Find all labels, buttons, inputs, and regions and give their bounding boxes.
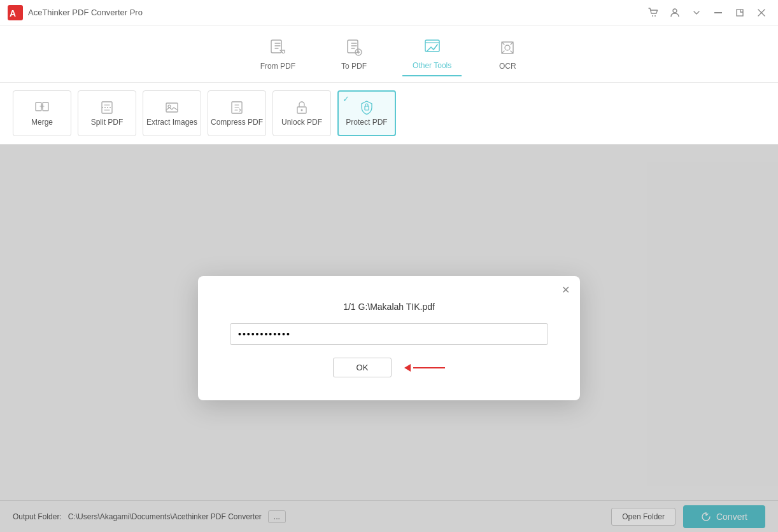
tool-protect-pdf-label: Protect PDF xyxy=(346,118,387,127)
close-button[interactable] xyxy=(753,4,770,22)
nav-item-other-tools[interactable]: Other Tools xyxy=(402,32,462,76)
modal-actions: OK xyxy=(230,358,548,377)
tool-split-pdf-label: Split PDF xyxy=(91,118,124,127)
svg-rect-5 xyxy=(714,12,722,13)
svg-point-12 xyxy=(505,45,510,50)
tool-compress-pdf-label: Compress PDF xyxy=(211,118,263,127)
nav-item-ocr[interactable]: OCR xyxy=(487,32,528,76)
title-bar: A AceThinker PDF Converter Pro xyxy=(0,0,778,25)
svg-rect-6 xyxy=(737,10,743,16)
svg-point-20 xyxy=(301,109,303,111)
svg-rect-16 xyxy=(166,103,178,112)
modal-overlay: ✕ 1/1 G:\Makalah TIK.pdf OK xyxy=(0,144,778,532)
tool-merge-label: Merge xyxy=(31,118,53,127)
nav-label-from-pdf: From PDF xyxy=(260,62,295,71)
password-input[interactable] xyxy=(230,323,548,345)
tool-unlock-pdf[interactable]: Unlock PDF xyxy=(272,90,331,136)
modal-file-info: 1/1 G:\Makalah TIK.pdf xyxy=(230,302,548,312)
title-bar-left: A AceThinker PDF Converter Pro xyxy=(8,5,143,20)
tool-split-pdf[interactable]: Split PDF xyxy=(78,90,136,136)
modal-close-button[interactable]: ✕ xyxy=(562,284,570,296)
svg-point-4 xyxy=(673,9,677,13)
nav-item-to-pdf[interactable]: To PDF xyxy=(331,32,377,76)
svg-rect-7 xyxy=(271,40,281,53)
main-content: ✕ 1/1 G:\Makalah TIK.pdf OK xyxy=(0,144,778,532)
app-title: AceThinker PDF Converter Pro xyxy=(28,8,143,17)
tool-unlock-pdf-label: Unlock PDF xyxy=(281,118,322,127)
nav-bar: From PDF To PDF Other Tools xyxy=(0,25,778,83)
svg-point-3 xyxy=(654,15,656,17)
svg-point-17 xyxy=(168,105,171,108)
svg-rect-10 xyxy=(425,40,439,52)
tool-protect-pdf[interactable]: ✓ Protect PDF xyxy=(337,90,396,136)
password-modal: ✕ 1/1 G:\Makalah TIK.pdf OK xyxy=(198,276,580,400)
svg-point-2 xyxy=(652,15,653,17)
app-logo: A xyxy=(8,5,23,20)
user-icon[interactable] xyxy=(666,4,684,22)
tool-extract-images[interactable]: Extract Images xyxy=(143,90,201,136)
nav-label-ocr: OCR xyxy=(499,62,516,71)
svg-rect-8 xyxy=(348,40,358,53)
tool-compress-pdf[interactable]: Compress PDF xyxy=(208,90,266,136)
arrow-indicator xyxy=(404,364,445,372)
svg-rect-21 xyxy=(365,106,369,110)
dropdown-icon[interactable] xyxy=(688,4,705,22)
nav-label-to-pdf: To PDF xyxy=(341,62,367,71)
nav-label-other-tools: Other Tools xyxy=(413,61,451,70)
tool-merge[interactable]: Merge xyxy=(13,90,71,136)
active-checkmark: ✓ xyxy=(343,94,350,104)
title-bar-controls xyxy=(644,4,770,22)
maximize-button[interactable] xyxy=(731,4,749,22)
cart-icon[interactable] xyxy=(644,4,662,22)
tool-extract-images-label: Extract Images xyxy=(146,118,197,127)
nav-item-from-pdf[interactable]: From PDF xyxy=(250,32,306,76)
arrow-head-icon xyxy=(404,364,411,372)
ok-button[interactable]: OK xyxy=(333,358,392,377)
svg-text:A: A xyxy=(10,8,16,18)
arrow-line xyxy=(413,367,445,368)
minimize-button[interactable] xyxy=(709,4,727,22)
tools-row: Merge Split PDF Extract Images xyxy=(0,83,778,144)
